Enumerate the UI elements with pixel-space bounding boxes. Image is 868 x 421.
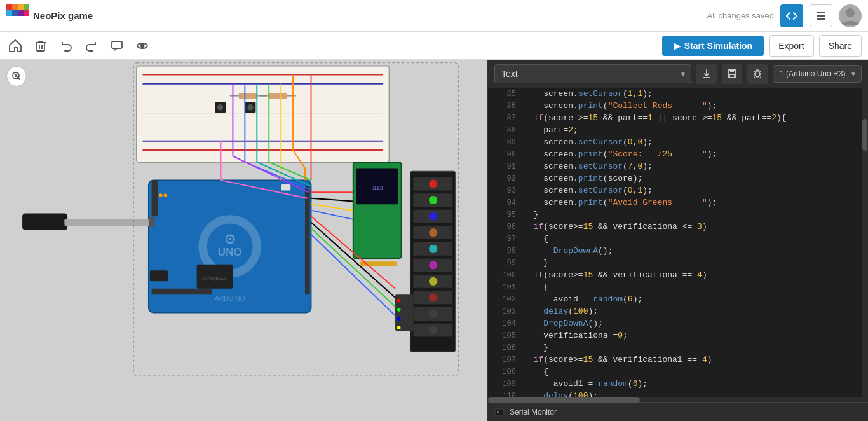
svg-rect-95 (496, 410, 503, 415)
svg-rect-56 (410, 171, 456, 352)
save-code-icon (727, 69, 737, 79)
line-number: 110 (493, 390, 516, 397)
home-button[interactable] (6, 37, 24, 55)
avatar-icon (839, 4, 862, 27)
svg-rect-75 (413, 324, 452, 337)
share-label: Share (829, 41, 852, 51)
svg-rect-12 (817, 18, 825, 20)
play-icon: ▶ (674, 41, 681, 51)
line-content: { (524, 282, 548, 294)
svg-point-70 (429, 277, 437, 286)
code-line: 110 delay(100); (488, 390, 868, 397)
svg-point-76 (429, 326, 437, 334)
zoom-control[interactable] (6, 66, 27, 86)
vertical-scroll-thumb[interactable] (862, 119, 867, 151)
line-content: delay(100); (524, 306, 598, 318)
code-line: 87 if(score >=15 && part==1 || score >=1… (488, 113, 868, 125)
start-simulation-button[interactable]: ▶ Start Simulation (662, 36, 764, 56)
svg-rect-4 (6, 10, 12, 16)
save-code-button[interactable] (722, 64, 742, 84)
horizontal-scroll-thumb[interactable] (488, 397, 640, 403)
arduino-selector[interactable]: 1 (Arduino Uno R3) (773, 65, 862, 83)
code-line: 105 verificationa =0; (488, 330, 868, 342)
line-number: 86 (493, 100, 516, 113)
svg-text:ARDUINO: ARDUINO (215, 295, 245, 302)
svg-rect-49 (22, 213, 67, 230)
line-content: screen.print("Collect Reds "); (524, 100, 717, 113)
svg-point-32 (217, 104, 223, 110)
app-title: NeoPix game (33, 10, 93, 21)
line-number: 106 (493, 342, 516, 354)
svg-rect-71 (413, 291, 452, 305)
svg-point-17 (141, 44, 144, 47)
debug-button[interactable] (747, 64, 768, 84)
svg-rect-57 (413, 177, 452, 191)
code-line: 90 screen.print("Score: /25 "); (488, 149, 868, 161)
topbar-right: All changes saved (707, 4, 862, 27)
line-content: screen.setCursor(1,1); (524, 88, 653, 100)
horizontal-scrollbar[interactable] (488, 397, 868, 402)
serial-monitor-icon (494, 408, 505, 416)
svg-rect-45 (281, 184, 290, 190)
text-dropdown-wrapper: Text ▼ (494, 64, 691, 83)
export-button[interactable]: Export (769, 35, 813, 57)
svg-rect-41 (305, 186, 310, 294)
svg-rect-6 (18, 10, 24, 16)
serial-monitor-bar[interactable]: Serial Monitor (488, 402, 868, 421)
svg-rect-10 (817, 12, 825, 13)
code-editor[interactable]: 85 screen.setCursor(1,1);86 screen.print… (488, 88, 868, 397)
line-content: { (524, 366, 548, 378)
share-button[interactable]: Share (819, 35, 862, 57)
line-content: delay(100); (524, 390, 598, 397)
code-line: 96 if(score>=15 && verificationa <= 3) (488, 221, 868, 233)
circuit-wires: ⊙ UNO ARDUINO ATmega328 OLED (0, 60, 487, 421)
svg-rect-2 (18, 4, 24, 10)
svg-rect-19 (137, 66, 390, 162)
line-number: 102 (493, 294, 516, 306)
code-header: Text ▼ 1 (Arduino Uno R3) ▼ (488, 60, 868, 88)
line-number: 104 (493, 318, 516, 330)
svg-rect-65 (413, 242, 452, 256)
undo-button[interactable] (57, 37, 75, 55)
line-content: if(score>=15 && verificationa == 4) (524, 270, 707, 282)
svg-point-80 (397, 317, 401, 321)
export-label: Export (778, 41, 804, 51)
svg-rect-51 (149, 217, 154, 227)
line-content: { (524, 233, 548, 245)
save-status: All changes saved (707, 11, 774, 20)
download-button[interactable] (696, 64, 717, 84)
home-icon (8, 39, 22, 53)
svg-rect-61 (413, 210, 452, 223)
comment-icon (111, 39, 123, 52)
view-button[interactable] (133, 37, 151, 55)
list-view-button[interactable] (810, 4, 832, 27)
code-line: 91 screen.setCursor(7,0); (488, 161, 868, 173)
vertical-scrollbar[interactable] (862, 88, 868, 397)
svg-text:ATmega328: ATmega328 (202, 275, 228, 281)
svg-rect-31 (215, 102, 226, 113)
svg-rect-55 (360, 261, 397, 266)
svg-text:UNO: UNO (218, 246, 242, 258)
line-content: screen.setCursor(0,0); (524, 137, 653, 149)
line-number: 96 (493, 221, 516, 233)
redo-button[interactable] (83, 37, 100, 55)
line-content: if(score >=15 && part==1 || score >=15 &… (524, 113, 787, 125)
canvas-area[interactable]: ⊙ UNO ARDUINO ATmega328 OLED (0, 60, 487, 421)
code-line: 89 screen.setCursor(0,0); (488, 137, 868, 149)
tinkercad-logo-icon: TC (6, 4, 29, 27)
svg-line-92 (754, 77, 755, 78)
line-number: 98 (493, 245, 516, 258)
svg-point-13 (846, 8, 855, 17)
svg-rect-73 (413, 307, 452, 321)
eye-icon (136, 39, 149, 52)
code-line: 94 screen.print("Avoid Greens "); (488, 197, 868, 209)
arduino-selector-wrapper: 1 (Arduino Uno R3) ▼ (773, 65, 862, 83)
svg-rect-46 (150, 270, 168, 281)
trash-button[interactable] (32, 37, 50, 55)
line-content: screen.setCursor(7,0); (524, 161, 653, 173)
text-dropdown[interactable]: Text (494, 64, 691, 83)
svg-rect-47 (197, 265, 233, 289)
user-avatar[interactable] (839, 4, 862, 27)
comment-button[interactable] (108, 37, 126, 55)
code-icon-button[interactable] (780, 4, 803, 27)
